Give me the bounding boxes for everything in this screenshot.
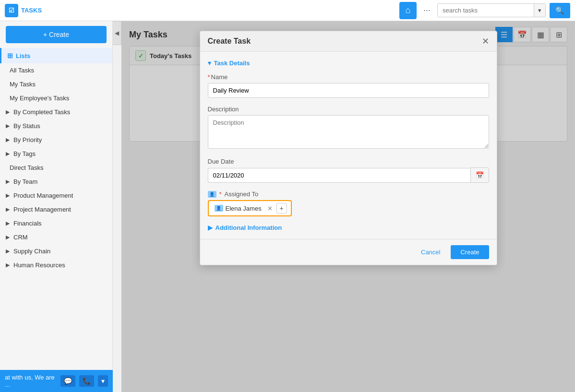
chevron-right-icon: ▶ bbox=[6, 234, 10, 240]
direct-tasks-label: Direct Tasks bbox=[10, 164, 44, 171]
sidebar-item-crm[interactable]: ▶ CRM bbox=[0, 230, 112, 244]
assignee-box[interactable]: 👤 Elena James ✕ + bbox=[208, 200, 292, 216]
sidebar-item-by-priority[interactable]: ▶ By Priority bbox=[0, 133, 112, 147]
description-textarea[interactable] bbox=[208, 115, 489, 149]
assigned-to-field-group: 👤 * Assigned To 👤 Elena James ✕ + bbox=[208, 190, 489, 216]
description-label: Description bbox=[208, 106, 489, 113]
supply-chain-label: Supply Chain bbox=[13, 248, 50, 255]
additional-info-label: Additional Information bbox=[216, 224, 282, 231]
search-submit-button[interactable]: 🔍 bbox=[550, 3, 570, 18]
assign-icon: 👤 bbox=[208, 191, 216, 198]
topbar: ☑ TASKS ⌂ ··· ▾ 🔍 bbox=[0, 0, 575, 21]
assignee-avatar-icon: 👤 bbox=[215, 205, 223, 212]
additional-info-toggle[interactable]: ▶ Additional Information bbox=[208, 224, 489, 231]
assignee-name: Elena James bbox=[226, 205, 262, 212]
sidebar-item-financials[interactable]: ▶ Financials bbox=[0, 216, 112, 230]
date-input-wrapper: 📅 bbox=[208, 167, 489, 183]
sidebar: + Create ⊞ Lists All Tasks My Tasks My E… bbox=[0, 21, 113, 392]
home-button[interactable]: ⌂ bbox=[399, 2, 417, 19]
lists-grid-icon: ⊞ bbox=[7, 52, 13, 59]
expand-icon: ▶ bbox=[208, 224, 213, 231]
chat-bar: at with us, We are ... 💬 📞 ▾ bbox=[0, 370, 113, 392]
project-management-label: Project Management bbox=[13, 206, 71, 213]
sidebar-item-employee-tasks[interactable]: My Employee's Tasks bbox=[0, 91, 112, 105]
sidebar-item-human-resources[interactable]: ▶ Human Resources bbox=[0, 258, 112, 272]
modal-close-button[interactable]: ✕ bbox=[482, 37, 489, 46]
task-details-toggle[interactable]: ▾ Task Details bbox=[208, 59, 489, 67]
modal-title: Create Task bbox=[208, 37, 251, 46]
crm-label: CRM bbox=[13, 234, 28, 241]
chat-bar-text: at with us, We are ... bbox=[5, 374, 57, 388]
sidebar-item-by-completed[interactable]: ▶ By Completed Tasks bbox=[0, 105, 112, 119]
chevron-right-icon: ▶ bbox=[6, 192, 10, 199]
product-management-label: Product Management bbox=[13, 192, 73, 199]
by-status-label: By Status bbox=[13, 122, 40, 130]
task-name-input[interactable] bbox=[208, 83, 489, 98]
app-title: TASKS bbox=[21, 7, 42, 14]
sidebar-item-by-tags[interactable]: ▶ By Tags bbox=[0, 147, 112, 161]
calendar-picker-button[interactable]: 📅 bbox=[470, 167, 489, 183]
description-field-group: Description bbox=[208, 106, 489, 150]
assigned-to-label-row: 👤 * Assigned To bbox=[208, 190, 489, 198]
chevron-right-icon: ▶ bbox=[6, 206, 10, 213]
chevron-right-icon: ▶ bbox=[6, 248, 10, 254]
sidebar-item-direct-tasks[interactable]: Direct Tasks bbox=[0, 161, 112, 175]
chat-collapse-button[interactable]: ▾ bbox=[98, 375, 108, 387]
sidebar-lists-header[interactable]: ⊞ Lists bbox=[0, 48, 112, 63]
search-dropdown-button[interactable]: ▾ bbox=[534, 4, 545, 17]
search-input[interactable] bbox=[438, 4, 534, 17]
by-tags-label: By Tags bbox=[13, 150, 36, 157]
due-date-field-group: Due Date 📅 bbox=[208, 158, 489, 183]
assignee-remove-button[interactable]: ✕ bbox=[266, 205, 274, 212]
financials-label: Financials bbox=[13, 220, 42, 227]
chevron-right-icon: ▶ bbox=[6, 123, 10, 129]
sidebar-collapse-button[interactable]: ◀ bbox=[113, 21, 121, 45]
sidebar-item-product-management[interactable]: ▶ Product Management bbox=[0, 189, 112, 202]
human-resources-label: Human Resources bbox=[13, 261, 65, 269]
chevron-right-icon: ▶ bbox=[6, 151, 10, 157]
modal-body: ▾ Task Details *Name Description bbox=[200, 52, 497, 239]
create-task-modal: Create Task ✕ ▾ Task Details *Name bbox=[200, 31, 497, 265]
employee-tasks-label: My Employee's Tasks bbox=[10, 95, 69, 102]
assignee-tag: 👤 Elena James bbox=[213, 204, 264, 213]
my-tasks-label: My Tasks bbox=[10, 81, 36, 88]
sidebar-item-by-team[interactable]: ▶ By Team bbox=[0, 175, 112, 189]
create-button[interactable]: + Create bbox=[6, 26, 107, 43]
name-field-group: *Name bbox=[208, 73, 489, 98]
sidebar-item-all-tasks[interactable]: All Tasks bbox=[0, 63, 112, 77]
logo-icon: ☑ bbox=[5, 4, 18, 17]
sidebar-lists-label: Lists bbox=[16, 52, 30, 59]
search-bar: ▾ bbox=[437, 3, 546, 17]
chevron-right-icon: ▶ bbox=[6, 262, 10, 268]
sidebar-item-project-management[interactable]: ▶ Project Management bbox=[0, 202, 112, 216]
all-tasks-label: All Tasks bbox=[10, 67, 34, 74]
sidebar-item-by-status[interactable]: ▶ By Status bbox=[0, 119, 112, 133]
chat-phone-button[interactable]: 📞 bbox=[79, 375, 94, 387]
cancel-button[interactable]: Cancel bbox=[415, 245, 446, 259]
name-label: *Name bbox=[208, 73, 489, 81]
modal-header: Create Task ✕ bbox=[200, 31, 497, 52]
create-button-modal[interactable]: Create bbox=[451, 245, 489, 259]
due-date-input[interactable] bbox=[208, 168, 470, 183]
by-team-label: By Team bbox=[13, 178, 37, 185]
task-details-label: Task Details bbox=[214, 59, 250, 67]
sidebar-item-my-tasks[interactable]: My Tasks bbox=[0, 77, 112, 91]
more-options-button[interactable]: ··· bbox=[420, 3, 433, 17]
assignee-add-button[interactable]: + bbox=[276, 203, 287, 214]
app-logo: ☑ TASKS bbox=[5, 4, 42, 17]
chevron-right-icon: ▶ bbox=[6, 178, 10, 185]
chevron-right-icon: ▶ bbox=[6, 137, 10, 143]
layout: + Create ⊞ Lists All Tasks My Tasks My E… bbox=[0, 21, 575, 392]
chevron-right-icon: ▶ bbox=[6, 109, 10, 115]
by-priority-label: By Priority bbox=[13, 136, 42, 143]
modal-footer: Cancel Create bbox=[200, 239, 497, 265]
chat-open-button[interactable]: 💬 bbox=[60, 375, 75, 387]
by-completed-label: By Completed Tasks bbox=[13, 108, 70, 116]
sidebar-item-supply-chain[interactable]: ▶ Supply Chain bbox=[0, 244, 112, 258]
chevron-right-icon: ▶ bbox=[6, 220, 10, 226]
collapse-icon: ▾ bbox=[208, 59, 211, 67]
main-content: My Tasks ☰ 📅 ▦ ⊞ ✓ Today's Tasks bbox=[121, 21, 575, 392]
due-date-label: Due Date bbox=[208, 158, 489, 165]
modal-overlay: Create Task ✕ ▾ Task Details *Name bbox=[121, 21, 575, 392]
